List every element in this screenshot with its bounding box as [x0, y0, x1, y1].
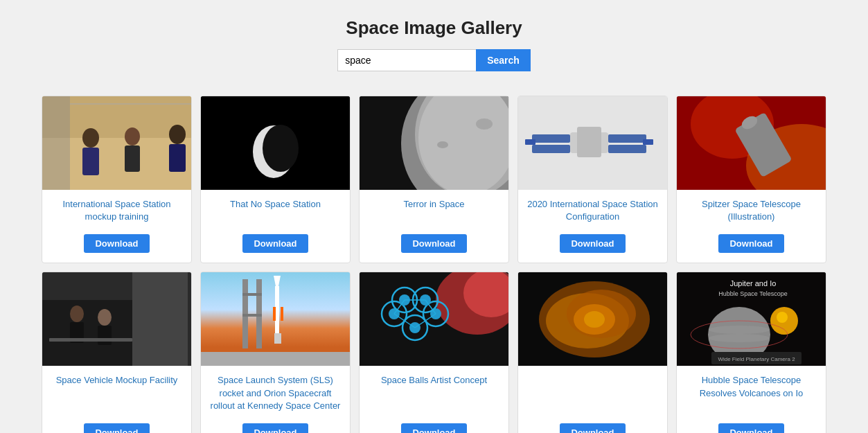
card-body: Hubble Space Telescope Resolves Volcanoe… [677, 366, 826, 433]
svg-rect-50 [281, 307, 283, 321]
download-button[interactable]: Download [84, 234, 149, 253]
svg-point-37 [70, 306, 84, 322]
svg-point-6 [169, 125, 186, 144]
svg-text:Jupiter and Io: Jupiter and Io [730, 279, 777, 288]
card-card-iss-mockup: International Space Station mockup train… [42, 96, 192, 263]
svg-rect-45 [242, 293, 262, 296]
svg-rect-28 [643, 139, 653, 145]
card-body: That No Space StationDownload [201, 190, 350, 263]
download-button[interactable]: Download [401, 234, 466, 253]
svg-rect-5 [125, 145, 140, 172]
svg-rect-36 [42, 300, 132, 366]
card-body: Terror in SpaceDownload [360, 190, 508, 263]
svg-point-19 [476, 118, 493, 130]
card-image [518, 272, 667, 366]
card-body: International Space Station mockup train… [42, 190, 191, 263]
download-button[interactable]: Download [242, 234, 308, 253]
card-title: Terror in Space [403, 198, 464, 211]
svg-text:Wide Field Planetary Camera 2: Wide Field Planetary Camera 2 [718, 356, 795, 362]
card-title: Space Vehicle Mockup Facility [56, 374, 178, 387]
svg-point-17 [418, 96, 508, 190]
card-image [518, 96, 667, 190]
card-image [42, 96, 191, 190]
card-title: Space Launch System (SLS) rocket and Ori… [208, 374, 343, 412]
svg-rect-8 [42, 96, 70, 190]
card-image [42, 272, 191, 366]
card-image [201, 96, 350, 190]
svg-rect-22 [532, 145, 570, 153]
card-card-balls: Space Balls Artist ConceptDownload [359, 272, 509, 433]
search-input[interactable] [337, 49, 476, 71]
download-button[interactable]: Download [718, 234, 783, 253]
svg-rect-9 [70, 103, 191, 105]
svg-rect-35 [132, 272, 188, 366]
svg-rect-46 [242, 314, 262, 317]
svg-rect-49 [273, 307, 276, 321]
svg-rect-41 [49, 338, 132, 342]
svg-text:Hubble Space Telescope: Hubble Space Telescope [718, 290, 787, 297]
card-card-facility: Space Vehicle Mockup FacilityDownload [42, 272, 192, 433]
svg-rect-24 [608, 145, 646, 153]
card-title: That No Space Station [230, 198, 321, 211]
card-card-jupiter: Jupiter and Io Hubble Space Telescope Wi… [676, 272, 826, 433]
svg-rect-26 [577, 127, 601, 157]
svg-rect-27 [525, 139, 535, 145]
card-body: Download [518, 366, 667, 433]
svg-point-84 [777, 312, 788, 323]
card-image [360, 96, 508, 190]
card-body: Space Vehicle Mockup FacilityDownload [42, 366, 191, 433]
card-body: Space Launch System (SLS) rocket and Ori… [201, 366, 350, 433]
download-button[interactable]: Download [560, 234, 625, 253]
card-body: 2020 International Space Station Configu… [518, 190, 667, 263]
svg-rect-3 [82, 148, 99, 175]
card-title: Hubble Space Telescope Resolves Volcanoe… [684, 374, 819, 399]
card-image [677, 96, 826, 190]
svg-point-81 [709, 326, 770, 334]
card-image: Jupiter and Io Hubble Space Telescope Wi… [677, 272, 826, 366]
card-image [201, 272, 350, 366]
download-button[interactable]: Download [242, 423, 308, 433]
svg-point-12 [263, 125, 299, 172]
card-card-sls: Space Launch System (SLS) rocket and Ori… [200, 272, 351, 433]
svg-point-39 [98, 309, 112, 326]
search-bar: Search [0, 49, 868, 71]
card-card-nebula: Download [517, 272, 668, 433]
card-card-no-space-station: That No Space StationDownload [200, 96, 351, 263]
svg-rect-7 [169, 144, 186, 172]
card-title: International Space Station mockup train… [49, 198, 184, 223]
svg-point-76 [584, 311, 605, 328]
card-title: 2020 International Space Station Configu… [525, 198, 660, 223]
svg-point-18 [437, 141, 448, 148]
svg-point-2 [82, 128, 99, 148]
card-body: Space Balls Artist ConceptDownload [360, 366, 508, 433]
download-button[interactable]: Download [718, 423, 783, 433]
card-card-terror-space: Terror in SpaceDownload [359, 96, 509, 263]
card-title: Space Balls Artist Concept [381, 374, 487, 387]
svg-rect-40 [98, 326, 112, 345]
download-button[interactable]: Download [84, 423, 149, 433]
svg-point-82 [709, 334, 770, 342]
page-title: Space Image Gallery [0, 17, 868, 39]
header: Space Image Gallery Search [0, 0, 868, 89]
svg-rect-21 [532, 134, 570, 143]
download-button[interactable]: Download [560, 423, 625, 433]
card-card-spitzer: Spitzer Space Telescope (Illustration)Do… [676, 96, 826, 263]
svg-rect-23 [608, 134, 646, 143]
svg-rect-51 [274, 333, 281, 344]
svg-rect-52 [201, 352, 350, 366]
card-image [360, 272, 508, 366]
download-button[interactable]: Download [401, 423, 466, 433]
card-card-iss-2020: 2020 International Space Station Configu… [517, 96, 668, 263]
card-title: Spitzer Space Telescope (Illustration) [684, 198, 819, 223]
svg-point-4 [125, 127, 140, 145]
card-body: Spitzer Space Telescope (Illustration)Do… [677, 190, 826, 263]
search-button[interactable]: Search [476, 49, 531, 71]
gallery: International Space Station mockup train… [0, 89, 868, 433]
